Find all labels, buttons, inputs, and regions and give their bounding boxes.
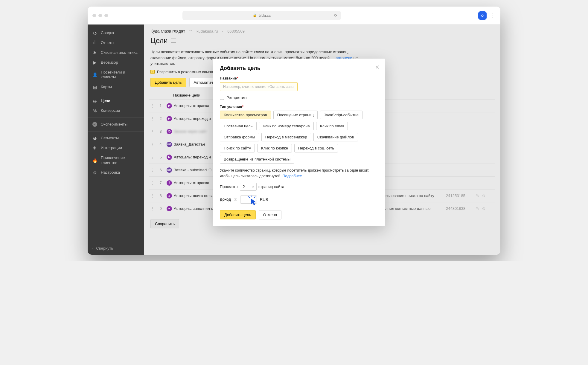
help-text: Укажите количество страниц, которые посе…	[220, 168, 378, 179]
nav-segments[interactable]: ◕Сегменты	[88, 133, 144, 143]
chevron-down-icon[interactable]: ﹀	[189, 29, 192, 33]
close-icon[interactable]: ✕	[375, 64, 380, 71]
drag-icon[interactable]: ⋮⋮	[150, 129, 155, 134]
pie-icon: ◕	[92, 136, 97, 140]
condition-chip[interactable]: Клик по номеру телефона	[259, 122, 314, 130]
clear-icon[interactable]: ×	[252, 184, 254, 189]
nav-goals[interactable]: ◎Цели	[88, 96, 144, 106]
goal-id: 244801638	[446, 206, 476, 211]
condition-chip[interactable]: Составная цель	[220, 122, 257, 130]
condition-chip[interactable]: Возвращение из платежной системы	[220, 155, 294, 164]
info-icon[interactable]: ⓘ	[234, 197, 237, 202]
goal-type-icon: ⊳	[167, 103, 172, 109]
nav-settings[interactable]: ⚙Настройка	[88, 168, 144, 178]
add-goal-modal: ✕ Добавить цель Название* Ретаргетинг Ти…	[213, 59, 385, 226]
condition-chip[interactable]: Клик по кнопке	[257, 144, 292, 152]
retarget-checkbox-row[interactable]: Ретаргетинг	[220, 95, 378, 100]
condition-chip[interactable]: JavaScript-событие	[320, 111, 362, 119]
sidebar: ◔Сводка ıİlОтчеты ✱Сквозная аналитика ▶В…	[88, 25, 144, 255]
goal-id: 241253185	[446, 193, 476, 198]
condition-chip[interactable]: Количество просмотров	[220, 111, 271, 119]
delete-icon[interactable]: ⊘	[482, 193, 485, 198]
goal-type-icon: url	[167, 142, 172, 147]
extension-icon[interactable]: ó	[478, 11, 487, 20]
help-link[interactable]: Подробнее	[283, 174, 302, 178]
user-icon: 👤	[92, 72, 97, 77]
drag-icon[interactable]: ⋮⋮	[150, 155, 155, 160]
add-goal-button[interactable]: Добавить цель	[150, 78, 186, 87]
condition-chip[interactable]: Посещение страниц	[273, 111, 318, 119]
condition-chip[interactable]: Переход в соц. сеть	[294, 144, 338, 152]
goal-type-icon: ⊳	[167, 155, 172, 160]
modal-cancel-button[interactable]: Отмена	[259, 210, 282, 219]
checkbox-checked-icon[interactable]: ✓	[150, 70, 155, 74]
drag-icon[interactable]: ⋮⋮	[150, 206, 155, 211]
gear-icon: ⚙	[92, 170, 97, 175]
condition-chip[interactable]: Отправка формы	[220, 133, 259, 141]
book-icon[interactable]	[171, 39, 176, 43]
browser-menu-icon[interactable]: ⋮	[490, 12, 496, 19]
lock-icon: 🔒	[253, 13, 257, 17]
views-input[interactable]	[240, 183, 257, 191]
target-icon: ◎	[92, 99, 97, 103]
goal-type-icon: url	[167, 167, 172, 173]
app-window: 🔒 tilda.cc ⟳ ó ⋮ ◔Сводка ıİlОтчеты ✱Скво…	[88, 7, 500, 255]
main-content: Куда глаза глядят ﹀ kudakuda.ru · 663055…	[144, 25, 500, 255]
nav-reports[interactable]: ıİlОтчеты	[88, 38, 144, 48]
project-name[interactable]: Куда глаза глядят	[150, 29, 185, 33]
drag-icon[interactable]: ⋮⋮	[150, 103, 155, 108]
goal-desc: использование поиска по сайту	[377, 193, 446, 198]
row-index: 2	[155, 116, 167, 121]
edit-icon[interactable]: ✎	[476, 193, 479, 198]
condition-chips: Количество просмотровПосещение страницJa…	[220, 111, 378, 164]
row-index: 1	[155, 103, 167, 108]
nav-acquisition[interactable]: 🔥Привлечение клиентов	[88, 153, 144, 168]
delete-icon[interactable]: ⊘	[482, 206, 485, 211]
nav-experiments[interactable]: abЭксперименты	[88, 120, 144, 129]
refresh-icon[interactable]: ⟳	[334, 13, 337, 18]
layout-icon: ▤	[92, 85, 97, 90]
nav-visitors[interactable]: 👤Посетители и клиенты	[88, 68, 144, 83]
income-row: Доход ⓘ RUB	[220, 196, 378, 204]
funnel-icon: ✱	[92, 50, 97, 55]
row-index: 8	[155, 193, 167, 198]
breadcrumb: Куда глаза глядят ﹀ kudakuda.ru · 663055…	[144, 25, 500, 35]
browser-chrome: 🔒 tilda.cc ⟳ ó ⋮	[88, 7, 500, 25]
row-index: 7	[155, 181, 167, 185]
goal-name-input[interactable]	[220, 82, 298, 91]
drag-icon[interactable]: ⋮⋮	[150, 142, 155, 147]
save-button[interactable]: Сохранить	[150, 219, 179, 228]
nav-integrations[interactable]: ✚Интеграции	[88, 143, 144, 153]
condition-chip[interactable]: Клик по email	[316, 122, 348, 130]
drag-icon[interactable]: ⋮⋮	[150, 116, 155, 121]
type-label: Тип условия*	[220, 105, 378, 109]
condition-chip[interactable]: Поиск по сайту	[220, 144, 255, 152]
info-icon[interactable]: ⓘ	[208, 168, 212, 172]
nav-summary[interactable]: ◔Сводка	[88, 28, 144, 38]
play-icon: ▶	[92, 60, 97, 65]
window-controls[interactable]	[92, 14, 108, 17]
nav-conversions[interactable]: %Конверсии	[88, 106, 144, 116]
condition-chip[interactable]: Переход в мессенджер	[261, 133, 311, 141]
nav-analytics[interactable]: ✱Сквозная аналитика	[88, 48, 144, 58]
sidebar-collapse[interactable]: ‹Свернуть	[88, 242, 144, 255]
goal-type-icon: ✆	[167, 129, 172, 134]
edit-icon[interactable]: ✎	[476, 206, 479, 211]
condition-chip[interactable]: Скачивание файлов	[313, 133, 358, 141]
modal-add-button[interactable]: Добавить цель	[220, 210, 256, 219]
row-index: 9	[155, 206, 167, 211]
nav-maps[interactable]: ▤Карты	[88, 82, 144, 92]
drag-icon[interactable]: ⋮⋮	[150, 181, 155, 185]
row-index: 5	[155, 155, 167, 159]
percent-icon: %	[92, 109, 97, 113]
drag-icon[interactable]: ⋮⋮	[150, 193, 155, 198]
url-bar[interactable]: 🔒 tilda.cc ⟳	[182, 11, 341, 20]
nav-webvisor[interactable]: ▶Вебвизор	[88, 58, 144, 68]
income-input[interactable]	[240, 196, 257, 204]
checkbox-icon[interactable]	[220, 96, 224, 100]
drag-icon[interactable]: ⋮⋮	[150, 168, 155, 172]
project-domain: kudakuda.ru	[196, 29, 218, 33]
views-row: Просмотр × страниц сайта	[220, 183, 378, 191]
flame-icon: 🔥	[92, 158, 97, 163]
bars-icon: ıİl	[92, 40, 97, 45]
